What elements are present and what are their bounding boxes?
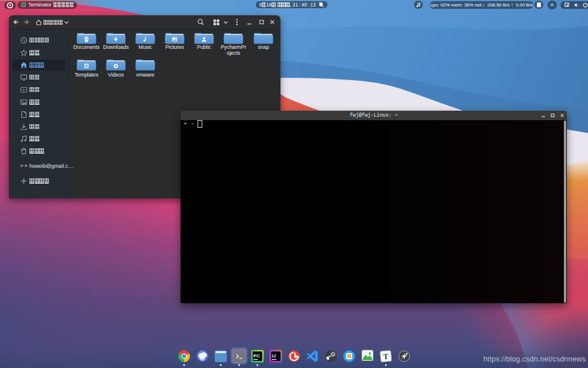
svg-text:T: T: [383, 352, 389, 361]
svg-text:IJ: IJ: [272, 353, 276, 359]
svg-text:PC: PC: [253, 353, 260, 359]
